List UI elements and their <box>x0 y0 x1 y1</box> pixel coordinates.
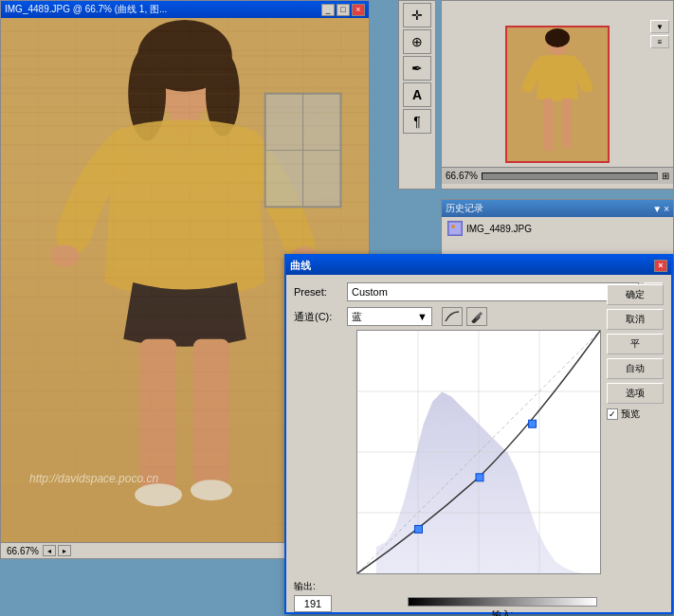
curves-titlebar-buttons: × <box>654 260 667 272</box>
curves-bottom: 输出: 191 输入: <box>294 580 664 616</box>
thumbnail-content <box>442 22 673 167</box>
curves-right-buttons: 确定 取消 平 自动 选项 ✓ 预览 <box>607 284 664 421</box>
scroll-arrows: ◂ ▸ <box>43 545 71 556</box>
history-item-label: IMG_4489.JPG <box>466 224 532 234</box>
svg-point-30 <box>451 225 455 228</box>
output-label: 输出: <box>294 580 316 593</box>
image-title: IMG_4489.JPG @ 66.7% (曲线 1, 图... <box>5 3 167 16</box>
flat-button[interactable]: 平 <box>607 334 664 354</box>
history-content: IMG_4489.JPG <box>442 217 673 240</box>
channel-value: 蓝 <box>352 310 362 324</box>
auto-button[interactable]: 自动 <box>607 358 664 379</box>
paragraph-tool[interactable]: ¶ <box>403 109 431 134</box>
thumbnail-panel: 66.67% ⊞ ▼ ≡ <box>441 0 674 190</box>
curve-tools <box>442 307 487 326</box>
selection-tool[interactable]: ⊕ <box>403 29 431 54</box>
scroll-left-btn[interactable]: ◂ <box>43 545 56 556</box>
scroll-right-btn[interactable]: ▸ <box>58 545 71 556</box>
svg-rect-41 <box>529 420 537 427</box>
cancel-button[interactable]: 取消 <box>607 309 664 330</box>
titlebar-buttons: _ □ × <box>321 4 365 16</box>
channel-select[interactable]: 蓝 ▼ <box>347 307 432 326</box>
input-label: 输入: <box>492 608 514 616</box>
minimize-button[interactable]: _ <box>321 4 335 16</box>
history-item[interactable]: IMG_4489.JPG <box>444 219 671 238</box>
svg-point-13 <box>191 480 232 500</box>
svg-point-8 <box>51 245 80 267</box>
history-titlebar: 历史记录 ▼ × <box>442 200 673 217</box>
ok-button[interactable]: 确定 <box>607 284 664 305</box>
tab-spacer <box>442 1 673 22</box>
preset-value: Custom <box>352 286 388 298</box>
channel-dropdown-arrow: ▼ <box>417 311 428 322</box>
svg-rect-26 <box>562 99 572 148</box>
zoom-control: 66.67% ⊞ <box>442 167 673 184</box>
history-title: 历史记录 <box>446 202 483 215</box>
curves-graph-svg <box>357 331 600 573</box>
text-tool[interactable]: A <box>403 82 431 107</box>
svg-rect-40 <box>476 474 483 481</box>
history-close-btn[interactable]: × <box>664 204 669 214</box>
image-titlebar: IMG_4489.JPG @ 66.7% (曲线 1, 图... _ □ × <box>1 1 369 18</box>
curves-body: Preset: Custom ▼ ⚙ 通道(C): 蓝 ▼ <box>286 275 671 616</box>
move-tool[interactable]: ✛ <box>403 3 431 27</box>
curves-graph[interactable] <box>356 330 601 574</box>
input-area: 输入: <box>341 580 664 616</box>
svg-rect-25 <box>543 99 553 151</box>
curves-titlebar: 曲线 × <box>286 256 671 275</box>
svg-rect-42 <box>415 525 423 533</box>
pencil-icon <box>469 310 484 323</box>
preview-row: ✓ 预览 <box>607 408 664 421</box>
curve-line-icon <box>445 310 460 323</box>
preset-select[interactable]: Custom ▼ <box>347 282 639 301</box>
output-value[interactable]: 191 <box>294 595 332 612</box>
history-menu-btn[interactable]: ▼ <box>652 204 662 214</box>
history-controls: ▼ × <box>652 204 669 214</box>
photo-icon <box>448 222 462 235</box>
preview-checkbox[interactable]: ✓ <box>607 408 618 420</box>
curve-pencil-tool[interactable] <box>466 307 487 326</box>
curves-close-btn[interactable]: × <box>654 260 667 272</box>
tools-panel: ✛ ⊕ ✒ A ¶ <box>398 0 436 190</box>
preview-label: 预览 <box>621 408 640 421</box>
watermark: http://davidspace.poco.cn <box>29 472 158 485</box>
channel-label: 通道(C): <box>294 310 341 324</box>
maximize-button[interactable]: □ <box>337 4 350 16</box>
curves-title: 曲线 <box>290 259 311 273</box>
curves-dialog: 曲线 × Preset: Custom ▼ ⚙ 通道(C): 蓝 ▼ <box>284 254 673 614</box>
pen-tool[interactable]: ✒ <box>403 56 431 81</box>
history-item-icon <box>447 221 463 236</box>
output-box: 输出: 191 <box>294 580 332 612</box>
svg-rect-11 <box>193 339 229 485</box>
curve-draw-tool[interactable] <box>442 307 463 326</box>
zoom-value: 66.67% <box>446 171 478 181</box>
svg-point-12 <box>135 483 182 506</box>
thumbnail-image <box>505 26 610 163</box>
gradient-bar-bottom <box>408 597 597 607</box>
close-button[interactable]: × <box>352 4 365 16</box>
panel-buttons: ▼ ≡ <box>650 20 669 48</box>
thumb-svg <box>507 27 608 161</box>
svg-rect-10 <box>140 339 176 490</box>
zoom-icon: ⊞ <box>662 171 669 181</box>
zoom-slider[interactable] <box>482 172 658 180</box>
graph-area: 确定 取消 平 自动 选项 ✓ 预览 <box>294 330 664 574</box>
panel-expand-btn[interactable]: ▼ <box>650 20 669 33</box>
svg-point-24 <box>545 28 570 47</box>
panel-menu-btn[interactable]: ≡ <box>650 35 669 48</box>
preset-label: Preset: <box>294 286 341 298</box>
svg-rect-29 <box>449 223 461 234</box>
options-button[interactable]: 选项 <box>607 383 664 404</box>
zoom-percent: 66.67% <box>7 546 39 556</box>
